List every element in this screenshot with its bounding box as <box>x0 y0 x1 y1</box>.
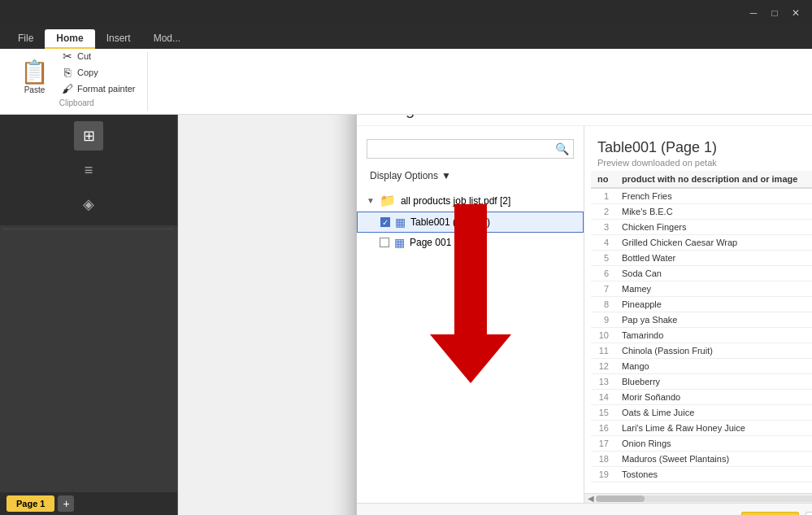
close-button[interactable]: ✕ <box>786 5 805 21</box>
col-no: no <box>591 171 615 188</box>
tree-item-page1-label: Page 001 <box>410 237 451 248</box>
cell-product: Tostones <box>615 467 812 482</box>
copy-button[interactable]: ⎘ Copy <box>58 64 139 81</box>
cell-product: Chicken Fingers <box>615 220 812 235</box>
table-row: 6 Soda Can yes yes y... <box>591 266 812 282</box>
report-view-icon[interactable]: ⊞ <box>74 121 103 151</box>
cut-icon: ✂ <box>61 50 74 63</box>
cell-product: Yuca Fries <box>615 482 812 487</box>
load-button[interactable]: Load <box>741 512 799 515</box>
table-row: 15 Oats & Lime Juice yes yes y... <box>591 405 812 421</box>
folder-label: all products job list.pdf [2] <box>401 195 510 207</box>
table-row: 13 Blueberry yes yes y... <box>591 374 812 390</box>
display-options-button[interactable]: Display Options ▼ <box>367 168 574 183</box>
clipboard-buttons: 📋 Paste ✂ Cut ⎘ Copy 🖌 Format painter <box>15 48 139 97</box>
preview-title: Table001 (Page 1) <box>597 139 717 156</box>
tree-item-page1[interactable]: ▦ Page 001 <box>357 233 584 252</box>
format-painter-label: Format painter <box>77 84 136 94</box>
left-panel: ⊞ ≡ ◈ Page 1 + <box>0 115 178 515</box>
nav-tree: ▼ 📁 all products job list.pdf [2] ✓ ▦ Ta… <box>357 190 584 496</box>
tab-mod[interactable]: Mod... <box>142 29 192 49</box>
cell-no: 1 <box>591 188 615 204</box>
display-options-label: Display Options <box>370 170 438 181</box>
cell-no: 14 <box>591 390 615 405</box>
dialog-body: 🔍 Display Options ▼ ▼ 📁 <box>357 126 812 503</box>
checkbox-table1[interactable]: ✓ <box>380 217 390 227</box>
cell-product: French Fries <box>615 188 812 204</box>
cell-no: 3 <box>591 220 615 235</box>
preview-title-area: Table001 (Page 1) Preview downloaded on … <box>597 139 717 168</box>
cell-product: Lari's Lime & Raw Honey Juice <box>615 421 812 436</box>
cell-product: Bottled Water <box>615 251 812 266</box>
cell-product: Morir Soñando <box>615 390 812 405</box>
cell-product: Onion Rings <box>615 436 812 452</box>
cell-no: 18 <box>591 452 615 467</box>
nav-left-panel: 🔍 Display Options ▼ ▼ 📁 <box>357 126 584 503</box>
maximize-button[interactable]: □ <box>765 5 784 21</box>
cell-product: Mamey <box>615 282 812 297</box>
page-1-tab[interactable]: Page 1 <box>7 495 54 512</box>
tree-item-table1-label: Table001 (Page 1) <box>410 216 490 228</box>
table-row: 9 Pap ya Shake yes yes y... <box>591 312 812 328</box>
scroll-left-arrow[interactable]: ◀ <box>586 494 596 503</box>
tab-file[interactable]: File <box>7 29 45 49</box>
tab-home[interactable]: Home <box>45 29 94 49</box>
folder-icon: 📁 <box>380 193 396 208</box>
preview-table: no product with no description and or im… <box>591 171 812 487</box>
table-row: 12 Mango yes yes y... <box>591 359 812 374</box>
copy-label: Copy <box>77 68 98 77</box>
navigator-overlay: Navigator 🔍 Display Options ▼ <box>357 115 812 515</box>
cut-button[interactable]: ✂ Cut <box>58 48 139 64</box>
preview-table-wrap[interactable]: no product with no description and or im… <box>591 171 812 487</box>
checkbox-page1[interactable] <box>380 238 389 247</box>
col-product: product with no description and or image <box>615 171 812 188</box>
table-icon-table1: ▦ <box>395 216 406 229</box>
left-icons: ⊞ ≡ ◈ <box>0 115 177 225</box>
paste-button[interactable]: 📋 Paste <box>15 56 54 97</box>
transform-data-button[interactable]: Transform Data <box>805 512 812 515</box>
table-row: 16 Lari's Lime & Raw Honey Juice yes yes… <box>591 421 812 436</box>
table-row: 4 Grilled Chicken Caesar Wrap yes yes y.… <box>591 235 812 251</box>
minimize-button[interactable]: ─ <box>744 5 763 21</box>
tab-insert[interactable]: Insert <box>95 29 142 49</box>
table-row: 1 French Fries yes yes y... <box>591 188 812 204</box>
data-view-icon[interactable]: ≡ <box>74 155 103 185</box>
search-icon: 🔍 <box>555 142 569 155</box>
nav-search-area: 🔍 <box>357 133 584 165</box>
cell-product: Grilled Chicken Caesar Wrap <box>615 235 812 251</box>
copy-icon: ⎘ <box>61 66 74 79</box>
format-painter-button[interactable]: 🖌 Format painter <box>58 81 139 97</box>
dialog-header: Navigator <box>357 115 812 126</box>
cell-product: Mike's B.E.C <box>615 204 812 220</box>
paste-icon: 📋 <box>20 59 49 85</box>
display-options-chevron: ▼ <box>441 170 451 181</box>
scrollbar-thumb[interactable] <box>596 495 645 502</box>
add-page-button[interactable]: + <box>58 495 74 512</box>
cell-no: 6 <box>591 266 615 282</box>
search-input[interactable] <box>367 139 574 159</box>
cell-product: Blueberry <box>615 374 812 390</box>
nav-right-panel: Table001 (Page 1) Preview downloaded on … <box>584 126 812 503</box>
paste-label: Paste <box>24 85 46 94</box>
table-row: 5 Bottled Water yes yes y... <box>591 251 812 266</box>
tree-folder[interactable]: ▼ 📁 all products job list.pdf [2] <box>357 190 584 212</box>
cell-no: 2 <box>591 204 615 220</box>
tree-item-table1[interactable]: ✓ ▦ Table001 (Page 1) <box>357 212 584 233</box>
preview-header: Table001 (Page 1) Preview downloaded on … <box>584 126 812 171</box>
table-row: 17 Onion Rings yes yes y... <box>591 436 812 452</box>
horizontal-scrollbar[interactable]: ◀ ▶ <box>584 493 812 503</box>
navigator-dialog: Navigator 🔍 Display Options ▼ <box>357 115 812 515</box>
format-painter-icon: 🖌 <box>61 82 74 95</box>
preview-subtitle: Preview downloaded on petak <box>597 158 717 168</box>
clipboard-small-buttons: ✂ Cut ⎘ Copy 🖌 Format painter <box>58 48 139 97</box>
page-tabs: Page 1 + <box>0 492 177 515</box>
nav-options-area: Display Options ▼ <box>357 165 584 190</box>
cell-no: 19 <box>591 467 615 482</box>
model-view-icon[interactable]: ◈ <box>74 190 103 219</box>
clipboard-group: 📋 Paste ✂ Cut ⎘ Copy 🖌 Format painter <box>7 52 148 111</box>
cell-no: 4 <box>591 235 615 251</box>
dialog-footer: Load Transform Data Cancel <box>357 503 812 515</box>
table-row: 11 Chinola (Passion Fruit) yes yes y... <box>591 343 812 359</box>
table-row: 8 Pineapple yes yes y... <box>591 297 812 312</box>
expand-arrow: ▼ <box>367 196 375 205</box>
